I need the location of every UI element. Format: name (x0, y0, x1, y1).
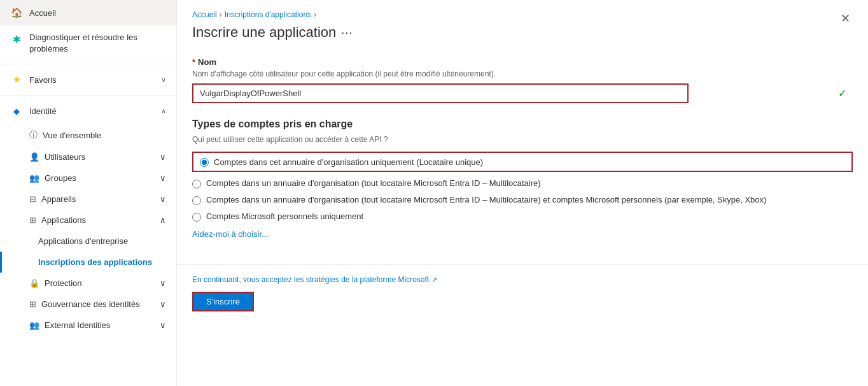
sidebar-item-diagnostiquer[interactable]: ✱ Diagnostiquer et résoudre les problème… (0, 25, 176, 61)
breadcrumb-sep-1: › (220, 10, 222, 19)
panel-title: Inscrire une application ··· (192, 24, 353, 41)
radio-option-4[interactable]: Comptes Microsoft personnels uniquement (192, 211, 853, 222)
account-types-question: Qui peut utiliser cette application ou a… (192, 135, 853, 144)
sidebar-label-applications: Applications (41, 215, 86, 225)
sidebar-item-utilisateurs[interactable]: 👤 Utilisateurs ∨ (0, 147, 176, 168)
panel-footer: En continuant, vous acceptez les stratég… (177, 264, 868, 322)
sidebar-item-protection[interactable]: 🔒 Protection ∨ (0, 273, 176, 294)
wrench-icon: ✱ (10, 33, 23, 46)
external-icon: 👥 (29, 320, 39, 330)
more-options-button[interactable]: ··· (341, 26, 353, 39)
star-icon: ★ (10, 73, 23, 86)
sidebar-item-favoris[interactable]: ★ Favoris ∨ (0, 67, 176, 92)
sidebar-item-accueil[interactable]: 🏠 Accueil (0, 0, 176, 25)
sidebar-label-vue-ensemble: Vue d'ensemble (43, 131, 101, 140)
chevron-down-icon: ∨ (161, 76, 166, 84)
footer-note-text: En continuant, vous acceptez les stratég… (192, 275, 429, 284)
sidebar-label-accueil: Accueil (29, 8, 166, 18)
chevron-down-icon-protection: ∨ (160, 278, 166, 288)
group-icon: 👥 (29, 173, 39, 183)
sidebar: 🏠 Accueil ✱ Diagnostiquer et résoudre le… (0, 0, 177, 386)
sidebar-label-utilisateurs: Utilisateurs (45, 152, 85, 162)
sidebar-label-favoris: Favoris (29, 75, 155, 85)
name-input[interactable] (192, 83, 689, 103)
chevron-down-icon-devices: ∨ (160, 194, 166, 204)
radio-input-1[interactable] (200, 158, 209, 167)
sidebar-label-apps-enterprise: Applications d'entreprise (38, 236, 128, 246)
radio-label-4: Comptes Microsoft personnels uniquement (206, 211, 363, 221)
breadcrumb-sep-2: › (314, 10, 316, 19)
sidebar-item-appareils[interactable]: ⊟ Appareils ∨ (0, 189, 176, 210)
radio-input-3[interactable] (192, 196, 201, 205)
sidebar-item-external-identities[interactable]: 👥 External Identities ∨ (0, 315, 176, 336)
register-panel: Accueil › Inscriptions d'applications › … (177, 0, 868, 386)
sidebar-label-appareils: Appareils (41, 194, 76, 204)
name-field-label: *Nom (192, 57, 853, 67)
radio-option-1[interactable]: Comptes dans cet annuaire d'organisation… (192, 152, 853, 172)
account-types-section: Types de comptes pris en charge Qui peut… (192, 118, 853, 239)
sidebar-item-vue-ensemble[interactable]: ⓘ Vue d'ensemble (0, 124, 176, 147)
breadcrumb-inscriptions[interactable]: Inscriptions d'applications (225, 10, 311, 19)
sidebar-item-groupes[interactable]: 👥 Groupes ∨ (0, 168, 176, 189)
radio-label-3: Comptes dans un annuaire d'organisation … (206, 195, 766, 204)
sidebar-label-protection: Protection (45, 278, 82, 288)
radio-input-2[interactable] (192, 180, 201, 189)
radio-label-2: Comptes dans un annuaire d'organisation … (206, 178, 541, 188)
name-field-section: *Nom Nom d'affichage côté utilisateur po… (192, 57, 853, 103)
chevron-down-icon-governance: ∨ (160, 299, 166, 309)
sidebar-item-identite[interactable]: ◆ Identité ∧ (0, 98, 176, 124)
panel-title-area: Accueil › Inscriptions d'applications › … (192, 10, 353, 41)
governance-icon: ⊞ (29, 299, 36, 309)
external-link-icon: ↗ (431, 276, 437, 284)
sidebar-item-inscriptions-apps[interactable]: Inscriptions des applications (0, 252, 176, 273)
radio-group: Comptes dans cet annuaire d'organisation… (192, 152, 853, 222)
sidebar-item-apps-enterprise[interactable]: Applications d'entreprise (0, 231, 176, 252)
sidebar-item-gouvernance[interactable]: ⊞ Gouvernance des identités ∨ (0, 294, 176, 315)
footer-note: En continuant, vous acceptez les stratég… (192, 275, 853, 284)
name-field-desc: Nom d'affichage côté utilisateur pour ce… (192, 69, 853, 78)
radio-option-2[interactable]: Comptes dans un annuaire d'organisation … (192, 178, 853, 189)
account-types-title: Types de comptes pris en charge (192, 118, 853, 130)
panel-header: Accueil › Inscriptions d'applications › … (177, 0, 868, 47)
register-button[interactable]: S'inscrire (192, 292, 254, 311)
chevron-down-icon-groups: ∨ (160, 173, 166, 183)
divider-2 (0, 95, 176, 96)
valid-check-icon: ✓ (838, 87, 846, 99)
divider-1 (0, 64, 176, 64)
info-icon: ⓘ (29, 129, 38, 141)
name-input-wrapper: ✓ (192, 83, 853, 103)
chevron-down-icon-users: ∨ (160, 152, 166, 162)
user-icon: 👤 (29, 152, 39, 162)
chevron-down-icon-external: ∨ (160, 320, 166, 330)
breadcrumb: Accueil › Inscriptions d'applications › (192, 10, 353, 19)
radio-label-1: Comptes dans cet annuaire d'organisation… (214, 157, 483, 167)
breadcrumb-accueil[interactable]: Accueil (192, 10, 217, 19)
sidebar-item-applications[interactable]: ⊞ Applications ∧ (0, 210, 176, 231)
close-button[interactable]: ✕ (838, 10, 853, 27)
sidebar-label-inscriptions-apps: Inscriptions des applications (38, 257, 152, 267)
help-link[interactable]: Aidez-moi à choisir... (192, 229, 269, 239)
sidebar-label-identite: Identité (29, 106, 155, 116)
sidebar-label-external-identities: External Identities (45, 320, 110, 330)
home-icon: 🏠 (10, 6, 23, 19)
panel-body: *Nom Nom d'affichage côté utilisateur po… (177, 47, 868, 264)
radio-option-3[interactable]: Comptes dans un annuaire d'organisation … (192, 195, 853, 205)
diamond-icon: ◆ (10, 104, 23, 117)
main-content: Accueil › Inscriptions d'applications › … (177, 0, 868, 386)
apps-icon: ⊞ (29, 215, 36, 225)
sidebar-label-diagnostiquer: Diagnostiquer et résoudre les problèmes (29, 32, 166, 55)
radio-input-4[interactable] (192, 213, 201, 222)
chevron-up-icon-apps: ∧ (160, 215, 166, 225)
device-icon: ⊟ (29, 194, 36, 204)
panel-title-text: Inscrire une application (192, 24, 336, 41)
required-marker: * (192, 57, 195, 67)
lock-icon: 🔒 (29, 278, 39, 288)
sidebar-label-groupes: Groupes (45, 173, 76, 183)
chevron-up-icon: ∧ (161, 107, 166, 115)
sidebar-label-gouvernance: Gouvernance des identités (41, 299, 140, 309)
